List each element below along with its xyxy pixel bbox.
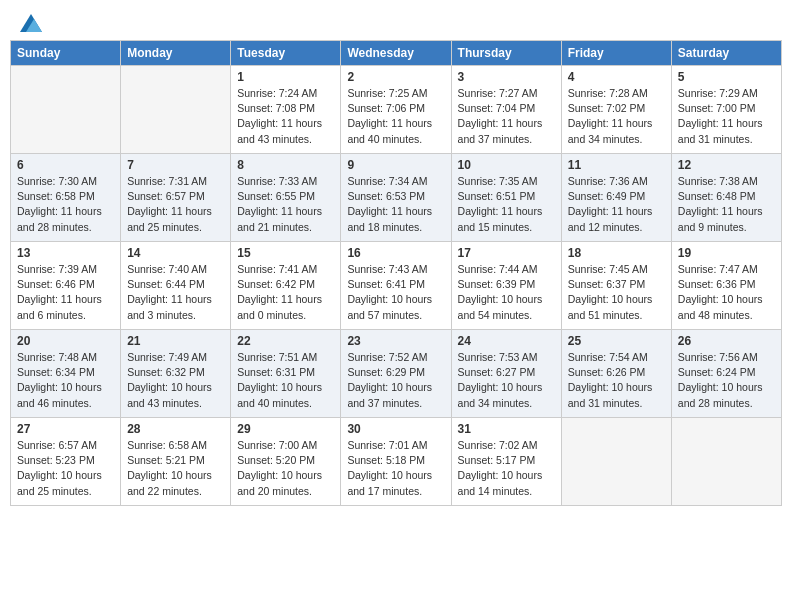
day-info: Sunrise: 7:31 AMSunset: 6:57 PMDaylight:… bbox=[127, 174, 224, 235]
day-number: 23 bbox=[347, 334, 444, 348]
day-info: Sunrise: 6:58 AMSunset: 5:21 PMDaylight:… bbox=[127, 438, 224, 499]
day-info: Sunrise: 7:36 AMSunset: 6:49 PMDaylight:… bbox=[568, 174, 665, 235]
calendar-cell: 20Sunrise: 7:48 AMSunset: 6:34 PMDayligh… bbox=[11, 330, 121, 418]
day-info: Sunrise: 7:40 AMSunset: 6:44 PMDaylight:… bbox=[127, 262, 224, 323]
week-row-3: 13Sunrise: 7:39 AMSunset: 6:46 PMDayligh… bbox=[11, 242, 782, 330]
header-cell-thursday: Thursday bbox=[451, 41, 561, 66]
logo-icon bbox=[20, 14, 42, 32]
day-number: 29 bbox=[237, 422, 334, 436]
day-number: 10 bbox=[458, 158, 555, 172]
calendar-cell: 2Sunrise: 7:25 AMSunset: 7:06 PMDaylight… bbox=[341, 66, 451, 154]
day-info: Sunrise: 7:25 AMSunset: 7:06 PMDaylight:… bbox=[347, 86, 444, 147]
day-info: Sunrise: 7:53 AMSunset: 6:27 PMDaylight:… bbox=[458, 350, 555, 411]
week-row-4: 20Sunrise: 7:48 AMSunset: 6:34 PMDayligh… bbox=[11, 330, 782, 418]
day-info: Sunrise: 7:38 AMSunset: 6:48 PMDaylight:… bbox=[678, 174, 775, 235]
day-number: 18 bbox=[568, 246, 665, 260]
calendar-cell: 17Sunrise: 7:44 AMSunset: 6:39 PMDayligh… bbox=[451, 242, 561, 330]
calendar-cell: 6Sunrise: 7:30 AMSunset: 6:58 PMDaylight… bbox=[11, 154, 121, 242]
day-info: Sunrise: 7:51 AMSunset: 6:31 PMDaylight:… bbox=[237, 350, 334, 411]
header-cell-wednesday: Wednesday bbox=[341, 41, 451, 66]
week-row-5: 27Sunrise: 6:57 AMSunset: 5:23 PMDayligh… bbox=[11, 418, 782, 506]
header-cell-friday: Friday bbox=[561, 41, 671, 66]
day-number: 20 bbox=[17, 334, 114, 348]
calendar-cell: 8Sunrise: 7:33 AMSunset: 6:55 PMDaylight… bbox=[231, 154, 341, 242]
calendar-header: SundayMondayTuesdayWednesdayThursdayFrid… bbox=[11, 41, 782, 66]
day-number: 19 bbox=[678, 246, 775, 260]
day-number: 1 bbox=[237, 70, 334, 84]
header-row: SundayMondayTuesdayWednesdayThursdayFrid… bbox=[11, 41, 782, 66]
calendar-table: SundayMondayTuesdayWednesdayThursdayFrid… bbox=[10, 40, 782, 506]
day-number: 16 bbox=[347, 246, 444, 260]
day-number: 30 bbox=[347, 422, 444, 436]
day-info: Sunrise: 7:00 AMSunset: 5:20 PMDaylight:… bbox=[237, 438, 334, 499]
day-info: Sunrise: 7:45 AMSunset: 6:37 PMDaylight:… bbox=[568, 262, 665, 323]
week-row-1: 1Sunrise: 7:24 AMSunset: 7:08 PMDaylight… bbox=[11, 66, 782, 154]
day-number: 2 bbox=[347, 70, 444, 84]
calendar-cell: 14Sunrise: 7:40 AMSunset: 6:44 PMDayligh… bbox=[121, 242, 231, 330]
calendar-cell: 30Sunrise: 7:01 AMSunset: 5:18 PMDayligh… bbox=[341, 418, 451, 506]
day-info: Sunrise: 7:47 AMSunset: 6:36 PMDaylight:… bbox=[678, 262, 775, 323]
day-info: Sunrise: 7:35 AMSunset: 6:51 PMDaylight:… bbox=[458, 174, 555, 235]
day-info: Sunrise: 7:43 AMSunset: 6:41 PMDaylight:… bbox=[347, 262, 444, 323]
calendar-cell: 23Sunrise: 7:52 AMSunset: 6:29 PMDayligh… bbox=[341, 330, 451, 418]
day-info: Sunrise: 7:44 AMSunset: 6:39 PMDaylight:… bbox=[458, 262, 555, 323]
logo bbox=[18, 14, 42, 28]
day-number: 5 bbox=[678, 70, 775, 84]
calendar-cell: 1Sunrise: 7:24 AMSunset: 7:08 PMDaylight… bbox=[231, 66, 341, 154]
day-info: Sunrise: 7:27 AMSunset: 7:04 PMDaylight:… bbox=[458, 86, 555, 147]
day-info: Sunrise: 7:02 AMSunset: 5:17 PMDaylight:… bbox=[458, 438, 555, 499]
week-row-2: 6Sunrise: 7:30 AMSunset: 6:58 PMDaylight… bbox=[11, 154, 782, 242]
calendar-cell: 15Sunrise: 7:41 AMSunset: 6:42 PMDayligh… bbox=[231, 242, 341, 330]
header bbox=[10, 10, 782, 32]
header-cell-monday: Monday bbox=[121, 41, 231, 66]
calendar-cell: 13Sunrise: 7:39 AMSunset: 6:46 PMDayligh… bbox=[11, 242, 121, 330]
calendar-cell: 10Sunrise: 7:35 AMSunset: 6:51 PMDayligh… bbox=[451, 154, 561, 242]
calendar-cell: 5Sunrise: 7:29 AMSunset: 7:00 PMDaylight… bbox=[671, 66, 781, 154]
day-number: 6 bbox=[17, 158, 114, 172]
calendar-cell: 18Sunrise: 7:45 AMSunset: 6:37 PMDayligh… bbox=[561, 242, 671, 330]
header-cell-saturday: Saturday bbox=[671, 41, 781, 66]
calendar-body: 1Sunrise: 7:24 AMSunset: 7:08 PMDaylight… bbox=[11, 66, 782, 506]
calendar-cell: 29Sunrise: 7:00 AMSunset: 5:20 PMDayligh… bbox=[231, 418, 341, 506]
day-info: Sunrise: 7:48 AMSunset: 6:34 PMDaylight:… bbox=[17, 350, 114, 411]
calendar-cell: 3Sunrise: 7:27 AMSunset: 7:04 PMDaylight… bbox=[451, 66, 561, 154]
day-number: 3 bbox=[458, 70, 555, 84]
day-info: Sunrise: 7:54 AMSunset: 6:26 PMDaylight:… bbox=[568, 350, 665, 411]
calendar-cell: 7Sunrise: 7:31 AMSunset: 6:57 PMDaylight… bbox=[121, 154, 231, 242]
calendar-cell: 31Sunrise: 7:02 AMSunset: 5:17 PMDayligh… bbox=[451, 418, 561, 506]
calendar-cell: 19Sunrise: 7:47 AMSunset: 6:36 PMDayligh… bbox=[671, 242, 781, 330]
day-number: 26 bbox=[678, 334, 775, 348]
day-info: Sunrise: 7:52 AMSunset: 6:29 PMDaylight:… bbox=[347, 350, 444, 411]
day-number: 25 bbox=[568, 334, 665, 348]
calendar-cell: 24Sunrise: 7:53 AMSunset: 6:27 PMDayligh… bbox=[451, 330, 561, 418]
calendar-cell: 28Sunrise: 6:58 AMSunset: 5:21 PMDayligh… bbox=[121, 418, 231, 506]
day-number: 21 bbox=[127, 334, 224, 348]
day-info: Sunrise: 7:56 AMSunset: 6:24 PMDaylight:… bbox=[678, 350, 775, 411]
day-number: 28 bbox=[127, 422, 224, 436]
calendar-cell: 9Sunrise: 7:34 AMSunset: 6:53 PMDaylight… bbox=[341, 154, 451, 242]
calendar-cell: 4Sunrise: 7:28 AMSunset: 7:02 PMDaylight… bbox=[561, 66, 671, 154]
day-number: 4 bbox=[568, 70, 665, 84]
calendar-cell: 16Sunrise: 7:43 AMSunset: 6:41 PMDayligh… bbox=[341, 242, 451, 330]
day-number: 15 bbox=[237, 246, 334, 260]
calendar-cell: 27Sunrise: 6:57 AMSunset: 5:23 PMDayligh… bbox=[11, 418, 121, 506]
day-number: 31 bbox=[458, 422, 555, 436]
day-number: 27 bbox=[17, 422, 114, 436]
day-number: 13 bbox=[17, 246, 114, 260]
header-cell-tuesday: Tuesday bbox=[231, 41, 341, 66]
day-info: Sunrise: 7:28 AMSunset: 7:02 PMDaylight:… bbox=[568, 86, 665, 147]
day-number: 17 bbox=[458, 246, 555, 260]
calendar-cell bbox=[671, 418, 781, 506]
day-info: Sunrise: 7:41 AMSunset: 6:42 PMDaylight:… bbox=[237, 262, 334, 323]
day-info: Sunrise: 6:57 AMSunset: 5:23 PMDaylight:… bbox=[17, 438, 114, 499]
day-info: Sunrise: 7:33 AMSunset: 6:55 PMDaylight:… bbox=[237, 174, 334, 235]
day-info: Sunrise: 7:49 AMSunset: 6:32 PMDaylight:… bbox=[127, 350, 224, 411]
day-info: Sunrise: 7:24 AMSunset: 7:08 PMDaylight:… bbox=[237, 86, 334, 147]
day-number: 14 bbox=[127, 246, 224, 260]
day-info: Sunrise: 7:01 AMSunset: 5:18 PMDaylight:… bbox=[347, 438, 444, 499]
calendar-cell bbox=[11, 66, 121, 154]
day-number: 7 bbox=[127, 158, 224, 172]
calendar-cell: 11Sunrise: 7:36 AMSunset: 6:49 PMDayligh… bbox=[561, 154, 671, 242]
header-cell-sunday: Sunday bbox=[11, 41, 121, 66]
calendar-cell: 12Sunrise: 7:38 AMSunset: 6:48 PMDayligh… bbox=[671, 154, 781, 242]
